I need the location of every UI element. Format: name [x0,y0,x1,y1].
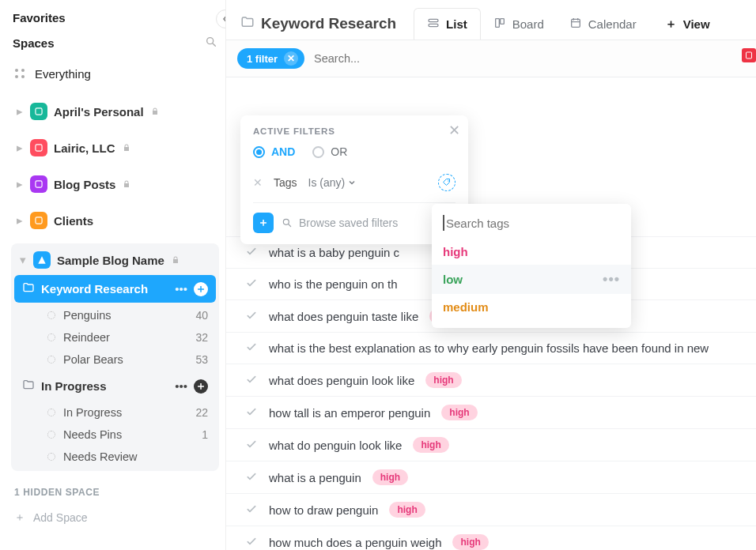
check-icon[interactable] [245,245,258,260]
browse-saved-filters[interactable]: Browse saved filters [282,217,398,229]
condition-operator[interactable]: Is (any) [308,176,357,189]
tag-value-add-icon[interactable] [438,174,455,191]
more-icon[interactable]: ••• [175,379,187,393]
check-icon[interactable] [245,373,258,388]
space-item[interactable]: ▸ Clients [11,207,219,234]
check-icon[interactable] [245,277,258,292]
tag-badge[interactable]: high [413,437,448,453]
everything-link[interactable]: Everything [11,62,219,85]
sidebar-collapse-button[interactable] [216,9,226,28]
condition-field[interactable]: Tags [274,176,297,189]
list-item[interactable]: In Progress22 [14,401,216,424]
more-icon[interactable]: ••• [603,271,620,288]
search-input[interactable] [314,52,745,65]
search-icon[interactable] [205,36,217,51]
hidden-space-label[interactable]: 1 HIDDEN SPACE [14,487,216,498]
remove-condition-icon[interactable]: ✕ [253,176,263,189]
tag-option[interactable]: medium [432,294,631,320]
tab-calendar[interactable]: Calendar [557,8,649,40]
task-row[interactable]: how much does a penguin weigh high [226,526,756,550]
check-icon[interactable] [245,309,258,324]
folder-name: Keyword Research [41,282,168,296]
task-row[interactable]: what does penguin look like high [226,364,756,397]
tag-option-label: medium [443,300,489,314]
filter-chip[interactable]: 1 filter ✕ [237,48,304,69]
task-row[interactable]: how tall is an emperor penguin high [226,397,756,429]
svg-point-2 [21,69,25,72]
task-row[interactable]: what is the best explanation as to why e… [226,333,756,364]
plus-icon: ＋ [665,17,677,32]
svg-point-16 [283,219,289,224]
svg-rect-14 [747,52,752,58]
check-icon[interactable] [245,341,258,356]
svg-rect-11 [495,18,499,27]
list-item[interactable]: Polar Bears53 [14,348,216,371]
filter-bar: 1 filter ✕ [226,40,756,77]
plus-icon: ＋ [14,510,25,525]
breadcrumb-title: Keyword Research [261,15,396,32]
space-item[interactable]: ▸ April's Personal [11,98,219,125]
task-title: what does penguin look like [269,374,414,387]
task-title: what do penguin look like [269,439,402,452]
tag-option[interactable]: low••• [432,265,631,294]
check-icon[interactable] [245,470,258,485]
check-icon[interactable] [245,503,258,518]
folder-item[interactable]: In Progress ••• ＋ [14,372,216,400]
close-icon[interactable]: ✕ [448,122,460,139]
task-title: how to draw penguin [269,503,378,517]
list-item[interactable]: Penguins40 [14,304,216,326]
tag-option[interactable]: high [432,239,631,265]
check-icon[interactable] [245,438,258,453]
task-row[interactable]: how to draw penguin high [226,494,756,526]
task-row[interactable]: what do penguin look like high [226,429,756,461]
svg-point-0 [207,38,214,44]
main: Keyword Research ListBoardCalendar ＋ Vie… [226,0,756,550]
tag-search-input[interactable] [443,215,620,231]
task-row[interactable]: what is a penguin high [226,461,756,494]
add-list-icon[interactable]: ＋ [194,379,208,394]
spaces-heading[interactable]: Spaces [13,36,55,50]
folder-name: In Progress [41,379,168,393]
add-condition-button[interactable]: ＋ [253,213,274,233]
more-icon[interactable]: ••• [175,282,187,296]
tag-badge[interactable]: high [441,405,477,420]
breadcrumb[interactable]: Keyword Research [240,15,396,33]
task-title: what is a penguin [269,471,361,484]
space-item[interactable]: ▸ Blog Posts [11,171,219,198]
list-item[interactable]: Reindeer32 [14,326,216,348]
add-space-button[interactable]: ＋ Add Space [11,506,219,529]
logic-and[interactable]: AND [253,145,295,158]
check-icon[interactable] [245,535,258,550]
right-tool-icon[interactable] [742,48,756,62]
space-icon [30,139,47,156]
list-item[interactable]: Needs Pins1 [14,424,216,446]
tag-badge[interactable]: high [452,534,488,550]
folder-icon [22,379,35,394]
svg-point-15 [448,180,449,182]
svg-point-4 [21,75,25,78]
tag-badge[interactable]: high [389,502,425,518]
tag-badge[interactable]: high [425,372,461,388]
space-icon [30,175,47,193]
radio-checked-icon [253,146,265,158]
folder-item[interactable]: Keyword Research ••• ＋ [14,275,216,303]
add-view-button[interactable]: ＋ View [652,9,723,40]
list-count: 22 [195,406,208,419]
tag-badge[interactable]: high [372,469,408,485]
add-list-icon[interactable]: ＋ [194,282,208,296]
favorites-heading[interactable]: Favorites [13,11,217,24]
tab-list[interactable]: List [414,8,481,40]
topbar: Keyword Research ListBoardCalendar ＋ Vie… [226,0,756,40]
clear-filter-icon[interactable]: ✕ [284,51,298,66]
logic-or[interactable]: OR [312,145,347,158]
add-space-label: Add Space [33,511,88,524]
space-name: Blog Posts [54,178,115,191]
tab-board[interactable]: Board [481,8,557,40]
space-item-active[interactable]: ▾ Sample Blog Name [14,247,216,273]
list-item[interactable]: Needs Review [14,446,216,468]
folder-icon [22,281,35,296]
svg-rect-13 [571,19,580,27]
space-item[interactable]: ▸ Lairic, LLC [11,134,219,161]
lock-icon [122,141,131,155]
check-icon[interactable] [245,405,258,420]
